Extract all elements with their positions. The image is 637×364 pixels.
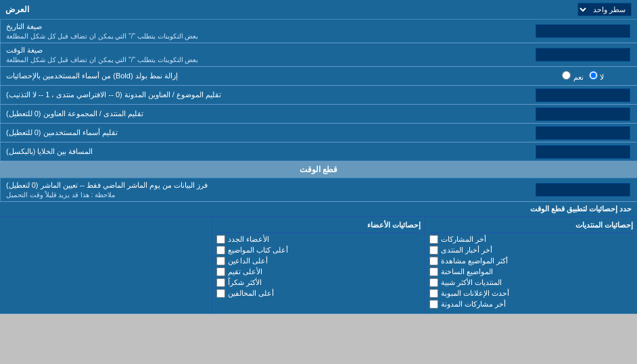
checkboxes-section-header: حدد إحصائيات لتطبيق قطع الوقت bbox=[0, 202, 637, 217]
user-limit-label: تقليم أسماء المستخدمين (0 للتعطيل) bbox=[0, 124, 529, 142]
cutoff-input[interactable]: 0 bbox=[536, 183, 630, 197]
bold-stats-label: إزالة نمط بولد (Bold) من أسماء المستخدمي… bbox=[0, 67, 529, 85]
checkbox-item-6: أحدث الإعلانات المبوبة bbox=[429, 289, 633, 298]
cell-spacing-row: 2 المسافة بين الخلايا (بالبكسل) bbox=[0, 142, 637, 161]
checkbox-most-viewed[interactable] bbox=[429, 257, 438, 265]
subject-limit-input[interactable]: 33 bbox=[536, 88, 630, 102]
time-format-label: صيغة الوقت بعض التكوينات يتطلب "/" التي … bbox=[0, 43, 529, 66]
forum-stats-col: إحصائيات المنتديات أخر المشاركات أخر أخب… bbox=[425, 217, 637, 313]
checkbox-top-inviters: أعلى الداعين bbox=[216, 257, 420, 265]
checkbox-top-writers: أعلى كتاب المواضيع bbox=[216, 246, 420, 255]
cutoff-row: 0 فرز البيانات من يوم الماشر الماضي فقط … bbox=[0, 178, 637, 202]
checkbox-most-thanked-chk[interactable] bbox=[216, 278, 225, 287]
checkbox-item-2: أخر أخبار المنتدى bbox=[429, 246, 633, 255]
bold-stats-radio-cell: لا نعم bbox=[529, 67, 637, 85]
time-format-row: H:i صيغة الوقت بعض التكوينات يتطلب "/" ا… bbox=[0, 43, 637, 67]
checkbox-new-members: الأعضاء الجدد bbox=[216, 235, 420, 244]
checkbox-hot-topics[interactable] bbox=[429, 267, 438, 276]
checkbox-item-7: أخر مشاركات المدونة bbox=[429, 300, 633, 309]
forum-limit-label: تقليم المنتدى / المجموعة العناوين (0 للت… bbox=[0, 105, 529, 123]
cell-spacing-input-cell: 2 bbox=[529, 142, 637, 161]
forum-limit-row: 33 تقليم المنتدى / المجموعة العناوين (0 … bbox=[0, 105, 637, 124]
header-title: العرض bbox=[5, 5, 29, 14]
date-format-label: صيغة التاريخ بعض التكوينات يتطلب "/" الت… bbox=[0, 20, 529, 43]
display-mode-select[interactable]: سطر واحد سطرين ثلاثة أسطر bbox=[577, 3, 632, 16]
checkbox-item-3: أكثر المواضيع مشاهدة bbox=[429, 257, 633, 265]
checkbox-item-1: أخر المشاركات bbox=[429, 235, 633, 244]
checkboxes-section: حدد إحصائيات لتطبيق قطع الوقت إحصائيات ا… bbox=[0, 202, 637, 314]
checkbox-most-similar[interactable] bbox=[429, 278, 438, 287]
bold-stats-row: لا نعم إزالة نمط بولد (Bold) من أسماء ال… bbox=[0, 67, 637, 86]
subject-limit-row: 33 تقليم الموضوع / العناوين المدونة (0 -… bbox=[0, 86, 637, 105]
checkbox-most-thanked: الأكثر شكراً bbox=[216, 278, 420, 287]
dropdown-area: سطر واحد سطرين ثلاثة أسطر bbox=[577, 3, 632, 16]
cell-spacing-input[interactable]: 2 bbox=[536, 145, 630, 159]
radio-no-label: لا bbox=[589, 71, 604, 82]
checkbox-top-rated-chk[interactable] bbox=[216, 267, 225, 276]
time-format-input-cell: H:i bbox=[529, 43, 637, 66]
forum-stats-header: إحصائيات المنتديات bbox=[429, 219, 633, 233]
date-format-input-cell: d-m bbox=[529, 20, 637, 43]
checkbox-top-writers-chk[interactable] bbox=[216, 246, 225, 255]
empty-col bbox=[0, 217, 212, 313]
checkbox-top-rated: الأعلى تقيم bbox=[216, 267, 420, 276]
time-format-input[interactable]: H:i bbox=[536, 48, 630, 61]
user-limit-row: 0 تقليم أسماء المستخدمين (0 للتعطيل) bbox=[0, 124, 637, 142]
checkbox-last-news[interactable] bbox=[429, 246, 438, 255]
header-row: سطر واحد سطرين ثلاثة أسطر العرض bbox=[0, 0, 637, 20]
main-container: سطر واحد سطرين ثلاثة أسطر العرض d-m صيغة… bbox=[0, 0, 637, 314]
date-format-input[interactable]: d-m bbox=[536, 24, 630, 38]
radio-yes-label: نعم bbox=[562, 71, 583, 82]
member-stats-col: إحصائيات الأعضاء الأعضاء الجدد أعلى كتاب… bbox=[212, 217, 424, 313]
cell-spacing-label: المسافة بين الخلايا (بالبكسل) bbox=[0, 142, 529, 161]
date-format-row: d-m صيغة التاريخ بعض التكوينات يتطلب "/"… bbox=[0, 20, 637, 43]
user-limit-input[interactable]: 0 bbox=[536, 126, 630, 140]
cutoff-section-header: قطع الوقت bbox=[0, 161, 637, 178]
checkbox-item-4: المواضيع الساخنة bbox=[429, 267, 633, 276]
cutoff-input-cell: 0 bbox=[529, 178, 637, 201]
checkbox-top-inviters-chk[interactable] bbox=[216, 257, 225, 265]
subject-limit-input-cell: 33 bbox=[529, 86, 637, 104]
checkbox-classified-ads[interactable] bbox=[429, 289, 438, 298]
forum-limit-input-cell: 33 bbox=[529, 105, 637, 123]
checkboxes-grid: إحصائيات المنتديات أخر المشاركات أخر أخب… bbox=[0, 217, 637, 313]
radio-no[interactable] bbox=[589, 71, 598, 80]
member-stats-header: إحصائيات الأعضاء bbox=[216, 219, 420, 233]
checkbox-last-posts[interactable] bbox=[429, 235, 438, 244]
checkbox-top-violators: أعلى المخالفين bbox=[216, 289, 420, 298]
checkbox-new-members-chk[interactable] bbox=[216, 235, 225, 244]
checkbox-blog-posts[interactable] bbox=[429, 300, 438, 309]
cutoff-label: فرز البيانات من يوم الماشر الماضي فقط --… bbox=[0, 178, 529, 201]
checkbox-item-5: المنتديات الأكثر شبية bbox=[429, 278, 633, 287]
checkbox-top-violators-chk[interactable] bbox=[216, 289, 225, 298]
radio-yes[interactable] bbox=[562, 71, 571, 80]
forum-limit-input[interactable]: 33 bbox=[536, 107, 630, 121]
subject-limit-label: تقليم الموضوع / العناوين المدونة (0 -- ا… bbox=[0, 86, 529, 104]
user-limit-input-cell: 0 bbox=[529, 124, 637, 142]
